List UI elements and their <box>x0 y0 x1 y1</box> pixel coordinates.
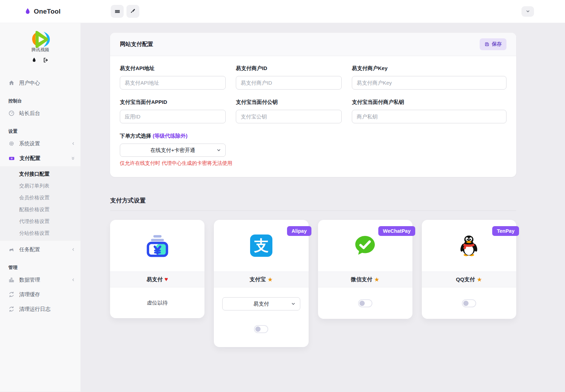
sidebar-section-management: 管理 <box>0 255 80 274</box>
chevron-left-icon <box>71 278 75 282</box>
brand-name: OneTool <box>34 8 61 15</box>
order-method-label: 下单方式选择 (等级代练除外) <box>120 133 506 139</box>
epay-api-input[interactable] <box>120 76 226 90</box>
panel-title: 网站支付配置 <box>120 41 153 48</box>
field-label-alipay-public-key: 支付宝当面付公钥 <box>236 99 342 106</box>
hamburger-icon <box>114 8 121 15</box>
epay-merchant-id-input[interactable] <box>236 76 342 90</box>
star-icon: ★ <box>268 276 273 283</box>
sidebar-item-user-center[interactable]: 用户中心 <box>0 77 80 89</box>
tenpay-enable-toggle[interactable] <box>462 299 476 307</box>
sidebar-item-task-config[interactable]: 任务配置 <box>0 244 80 255</box>
topbar-dropdown-button[interactable] <box>521 6 534 17</box>
tencent-video-caption: 腾讯视频 <box>0 47 80 53</box>
field-label-alipay-private-key: 支付宝当面付商户私钥 <box>352 99 506 106</box>
toggle-knob <box>463 301 469 306</box>
theme-drop-button[interactable] <box>32 57 37 63</box>
site-payment-config-panel: 网站支付配置 保存 易支付API地址 易支付商户ID <box>110 33 516 177</box>
sidebar-item-admin-backend[interactable]: 站长后台 <box>0 107 80 119</box>
order-method-label-note: (等级代练除外) <box>153 133 187 139</box>
field-label-epay-api: 易支付API地址 <box>120 65 226 72</box>
gauge-icon <box>8 110 15 116</box>
alipay-appid-input[interactable] <box>120 110 226 123</box>
sidebar-subitem-order-list[interactable]: 交易订单列表 <box>0 180 80 192</box>
sidebar-subitem-substation-price[interactable]: 分站价格设置 <box>0 227 80 239</box>
alipay-icon: 支 <box>250 235 272 257</box>
payment-methods-grid: 易支付 ♥ 虚位以待 Alipay 支 支付宝 ★ 易支付 <box>110 220 516 347</box>
epay-merchant-key-input[interactable] <box>352 76 506 90</box>
payment-card-name: 支付宝 <box>250 276 266 283</box>
tenpay-badge: TenPay <box>492 226 519 236</box>
field-label-epay-merchant-key: 易支付商户Key <box>352 65 506 72</box>
double-chevron-down-icon <box>71 156 75 161</box>
star-icon: ★ <box>477 276 482 283</box>
sidebar: 腾讯视频 用户中心 控制台 <box>0 23 80 392</box>
epay-placeholder-text: 虚位以待 <box>110 287 204 318</box>
sidebar-subitem-agent-price[interactable]: 代理价格设置 <box>0 215 80 227</box>
sidebar-section-settings: 设置 <box>0 119 80 138</box>
wechat-icon <box>354 235 377 256</box>
alipay-public-key-input[interactable] <box>236 110 342 123</box>
sidebar-item-data-management[interactable]: 数据管理 <box>0 274 80 286</box>
paintbrush-icon <box>130 8 136 14</box>
logout-button[interactable] <box>43 57 49 63</box>
svg-text:0: 0 <box>11 157 12 159</box>
payment-config-submenu: 支付接口配置 交易订单列表 会员价格设置 配额价格设置 代理价格设置 分站价格设… <box>0 166 80 241</box>
save-floppy-icon <box>485 42 489 47</box>
topbar: OneTool <box>0 0 565 23</box>
sidebar-item-clear-run-logs[interactable]: 清理运行日志 <box>0 303 80 315</box>
field-label-epay-merchant-id: 易支付商户ID <box>236 65 342 72</box>
bar-chart-icon <box>8 277 15 283</box>
alipay-channel-select[interactable]: 易支付 <box>222 297 300 310</box>
sidebar-subitem-quota-price[interactable]: 配额价格设置 <box>0 203 80 215</box>
sidebar-item-payment-config[interactable]: 0 支付配置 <box>0 152 80 164</box>
onetool-drop-icon <box>25 8 31 15</box>
payment-card-epay: 易支付 ♥ 虚位以待 <box>110 220 204 318</box>
sidebar-item-system-settings[interactable]: 系统设置 <box>0 138 80 149</box>
star-icon: ★ <box>374 276 379 283</box>
chevron-left-icon <box>71 247 75 252</box>
sidebar-collapse-button[interactable] <box>111 5 124 18</box>
alipay-badge: Alipay <box>287 226 311 236</box>
chevron-down-icon <box>526 9 530 14</box>
toggle-knob <box>359 301 365 306</box>
epay-wallet-icon <box>144 233 171 259</box>
logout-icon <box>43 57 49 63</box>
heart-icon: ♥ <box>164 276 168 283</box>
dog-icon <box>8 246 15 253</box>
brand: OneTool <box>0 8 80 15</box>
payment-card-wechatpay: WeChatPay 微信支付 ★ <box>318 220 412 319</box>
alipay-enable-toggle[interactable] <box>254 325 268 333</box>
gear-icon <box>8 140 15 147</box>
payment-card-alipay: Alipay 支 支付宝 ★ 易支付 <box>214 220 308 347</box>
payment-card-name: 易支付 <box>147 276 163 283</box>
order-method-warning: 仅允许在线支付时 代理中心生成的卡密将无法使用 <box>120 160 506 167</box>
order-method-select[interactable]: 在线支付+卡密开通 <box>120 144 226 157</box>
payment-card-name: 微信支付 <box>351 276 372 283</box>
payment-card-name: QQ支付 <box>456 276 475 283</box>
payment-methods-title: 支付方式设置 <box>110 197 516 205</box>
chevron-down-icon <box>216 148 221 153</box>
order-method-group: 下单方式选择 (等级代练除外) 在线支付+卡密开通 仅允许在线支付时 代理中心生… <box>120 133 506 167</box>
field-label-alipay-appid: 支付宝当面付APPID <box>120 99 226 106</box>
save-button[interactable]: 保存 <box>480 38 506 50</box>
refresh-icon <box>8 306 15 312</box>
drop-icon <box>32 57 37 63</box>
banknote-icon: 0 <box>8 155 15 162</box>
sidebar-item-clear-cache[interactable]: 清理缓存 <box>0 289 80 300</box>
sidebar-subitem-payment-interface[interactable]: 支付接口配置 <box>0 168 80 180</box>
chevron-down-icon <box>291 301 296 306</box>
payment-card-tenpay: TenPay <box>422 220 516 319</box>
sidebar-nav: 用户中心 控制台 站长后台 设置 系统设置 <box>0 63 80 315</box>
alipay-private-key-input[interactable] <box>352 110 506 123</box>
wechatpay-badge: WeChatPay <box>378 226 415 236</box>
refresh-icon <box>8 291 15 298</box>
chevron-left-icon <box>71 141 75 146</box>
divider <box>110 210 516 211</box>
sidebar-subitem-member-price[interactable]: 会员价格设置 <box>0 192 80 203</box>
sidebar-section-console: 控制台 <box>0 89 80 107</box>
theme-brush-button[interactable] <box>126 5 139 18</box>
main-content: 网站支付配置 保存 易支付API地址 易支付商户ID <box>80 23 565 392</box>
wechatpay-enable-toggle[interactable] <box>358 299 372 307</box>
qq-penguin-icon <box>458 235 480 257</box>
